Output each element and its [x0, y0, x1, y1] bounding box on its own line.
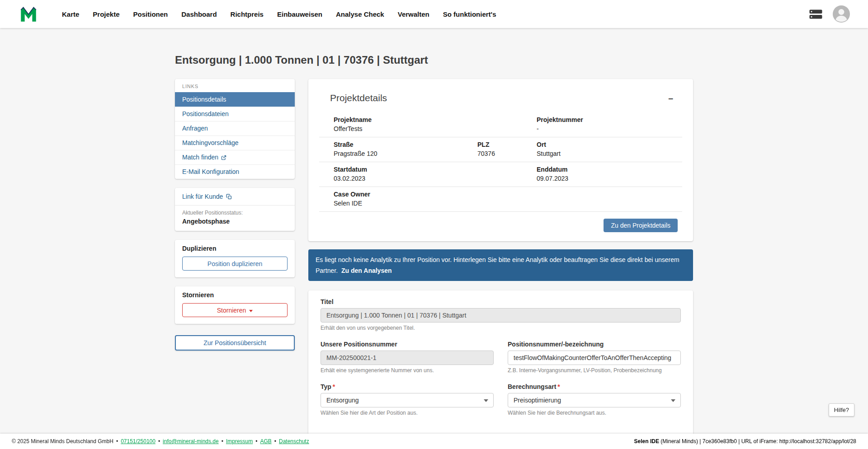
bezeichnung-label: Positionsnummer/-bezeichnung [508, 341, 681, 348]
separator-dot: • [116, 438, 118, 444]
analytics-info-banner: Es liegt noch keine Analytik zu Ihrer Po… [308, 249, 693, 281]
sidebar-item-matchingvorschlaege[interactable]: Matchingvorschläge [175, 136, 295, 150]
separator-dot: • [255, 438, 257, 444]
position-status-value: Angebotsphase [182, 218, 288, 225]
agb-link[interactable]: AGB [260, 438, 271, 444]
titel-input[interactable] [321, 308, 681, 323]
phone-link[interactable]: 07151/250100 [121, 438, 156, 444]
duplicate-position-button[interactable]: Position duplizieren [182, 257, 288, 271]
nav-item-einbauweisen[interactable]: Einbauweisen [270, 6, 329, 23]
cancel-card: Stornieren Stornieren [175, 286, 295, 324]
projektnummer-value: - [537, 125, 682, 132]
caret-down-icon [249, 310, 253, 312]
avatar-icon [833, 5, 850, 23]
nav-item-projekte[interactable]: Projekte [86, 6, 126, 23]
positionsnummer-input[interactable] [321, 351, 494, 365]
sidebar-item-email-konfiguration[interactable]: E-Mail Konfiguration [175, 164, 295, 179]
titel-label: Titel [321, 298, 681, 305]
position-overview-button[interactable]: Zur Positionsübersicht [175, 335, 295, 351]
caret-down-icon [484, 399, 488, 402]
user-avatar[interactable] [833, 5, 850, 23]
nav-item-positionen[interactable]: Positionen [127, 6, 175, 23]
nav-item-karte[interactable]: Karte [55, 6, 86, 23]
nav-item-richtpreis[interactable]: Richtpreis [224, 6, 270, 23]
case-owner-value: Selen IDE [334, 200, 682, 207]
berechnungsart-helper: Wählen Sie hier die Berechnungsart aus. [508, 410, 681, 416]
session-details: (Mineral Minds) | 7ce360e83fb0 | URL of … [659, 438, 856, 444]
startdatum-value: 03.02.2023 [334, 175, 537, 182]
project-details-table: Projektname OfferTests Projektnummer - S… [319, 112, 682, 212]
sidebar-item-label: Positionsdateien [182, 110, 229, 118]
bezeichnung-input[interactable] [508, 351, 681, 365]
to-analyses-link[interactable]: Zu den Analysen [341, 267, 392, 274]
cancel-button-label: Stornieren [217, 307, 246, 314]
mineral-minds-logo[interactable] [20, 6, 37, 22]
plz-value: 70376 [477, 150, 537, 157]
main-content: Projektdetails − Projektname OfferTests … [308, 79, 693, 449]
session-info: Selen IDE (Mineral Minds) | 7ce360e83fb0… [634, 438, 856, 444]
external-link-icon [221, 155, 226, 160]
help-button[interactable]: Hilfe? [829, 403, 854, 416]
projektname-label: Projektname [334, 116, 537, 123]
sidebar-item-anfragen[interactable]: Anfragen [175, 121, 295, 136]
customer-link-label: Link für Kunde [182, 193, 223, 200]
nav-item-so-funktionierts[interactable]: So funktioniert's [436, 6, 503, 23]
cancel-position-button[interactable]: Stornieren [182, 303, 288, 317]
to-project-details-button[interactable]: Zu den Projektdetails [604, 219, 678, 232]
position-status-label: Aktueller Positionsstatus: [182, 210, 288, 216]
ort-value: Stuttgart [537, 150, 682, 157]
enddatum-label: Enddatum [537, 166, 682, 173]
positionsnummer-helper: Erhält eine systemgenerierte Nummer von … [321, 367, 494, 374]
separator-dot: • [274, 438, 276, 444]
project-details-title: Projektdetails [330, 93, 387, 103]
datenschutz-link[interactable]: Datenschutz [279, 438, 309, 444]
table-row: Case Owner Selen IDE [319, 187, 682, 212]
berechnungsart-select[interactable]: Preisoptimierung [508, 393, 681, 407]
typ-select[interactable]: Entsorgung [321, 393, 494, 407]
logo-m-icon [20, 6, 37, 22]
nav-item-analyse-check[interactable]: Analyse Check [329, 6, 391, 23]
customer-link[interactable]: Link für Kunde [175, 188, 295, 205]
separator-dot: • [222, 438, 223, 444]
projektnummer-label: Projektnummer [537, 116, 682, 123]
typ-label: Typ* [321, 383, 494, 390]
required-asterisk: * [333, 383, 335, 390]
table-row: Projektname OfferTests Projektnummer - [319, 112, 682, 137]
berechnungsart-label: Berechnungsart* [508, 383, 681, 390]
copyright-text: © 2025 Mineral Minds Deutschland GmbH [12, 438, 113, 444]
sidebar-item-label: E-Mail Konfiguration [182, 168, 239, 176]
separator-dot: • [158, 438, 160, 444]
page-title: Entsorgung | 1.000 Tonnen | 01 | 70376 |… [175, 53, 693, 67]
cancel-header: Stornieren [182, 291, 288, 299]
bezeichnung-helper: Z.B. Interne-Vorgangsnummer, LV-Position… [508, 367, 681, 374]
sidebar: LINKS Positionsdetails Positionsdateien … [175, 79, 295, 351]
sidebar-item-match-finden[interactable]: Match finden [175, 150, 295, 164]
links-card: LINKS Positionsdetails Positionsdateien … [175, 79, 295, 179]
sidebar-item-positionsdateien[interactable]: Positionsdateien [175, 107, 295, 121]
top-navbar: Karte Projekte Positionen Dashboard Rich… [0, 0, 868, 28]
email-link[interactable]: info@mineral-minds.de [163, 438, 219, 444]
caret-down-icon [671, 399, 675, 402]
links-header: LINKS [175, 79, 295, 92]
nav-item-dashboard[interactable]: Dashboard [175, 6, 223, 23]
titel-helper: Erhält den von uns vorgegebenen Titel. [321, 325, 681, 331]
duplicate-header: Duplizieren [182, 245, 288, 252]
server-icon[interactable] [809, 9, 823, 19]
strasse-label: Straße [334, 141, 477, 148]
table-row: Startdatum 03.02.2023 Enddatum 09.07.202… [319, 162, 682, 187]
strasse-value: Pragstraße 120 [334, 150, 477, 157]
position-form-card: Titel Erhält den von uns vorgegebenen Ti… [308, 290, 693, 449]
customer-link-card: Link für Kunde Aktueller Positionsstatus… [175, 188, 295, 231]
sidebar-item-positionsdetails[interactable]: Positionsdetails [175, 92, 295, 107]
startdatum-label: Startdatum [334, 166, 537, 173]
duplicate-card: Duplizieren Position duplizieren [175, 240, 295, 277]
berechnungsart-select-value: Preisoptimierung [514, 397, 561, 404]
table-row: Straße Pragstraße 120 PLZ 70376 Ort Stut… [319, 137, 682, 162]
nav-item-verwalten[interactable]: Verwalten [391, 6, 436, 23]
copy-icon [226, 194, 232, 200]
sidebar-item-label: Anfragen [182, 125, 208, 132]
main-nav: Karte Projekte Positionen Dashboard Rich… [55, 6, 503, 23]
impressum-link[interactable]: Impressum [226, 438, 253, 444]
collapse-icon[interactable]: − [667, 93, 674, 105]
case-owner-label: Case Owner [334, 191, 682, 198]
